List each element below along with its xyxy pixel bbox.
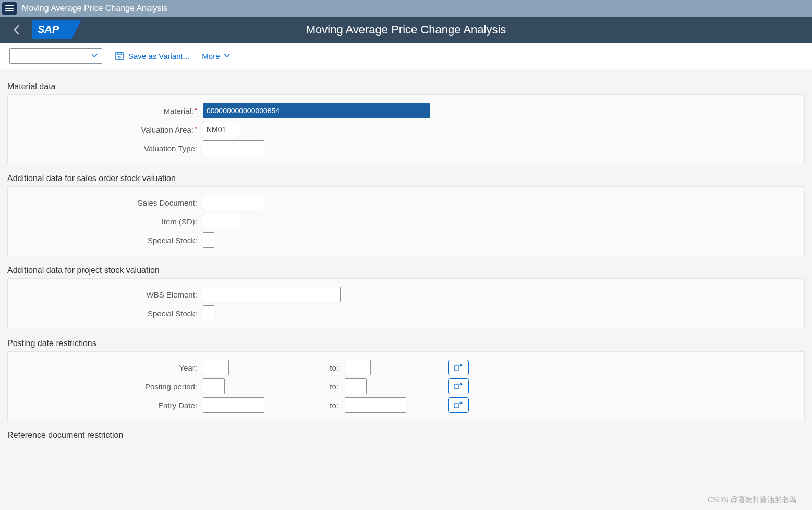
group-posting-date: Year: to: Posting period: [7,351,805,421]
group-title-posting-date: Posting date restrictions [7,339,805,348]
item-sd-input[interactable] [203,214,240,229]
multi-select-icon [454,401,463,409]
shell-bar: SAP Moving Average Price Change Analysis [0,17,812,43]
system-bar: Moving Average Price Change Analysis [0,0,812,17]
required-mark: * [195,125,197,133]
content-area: Material data Material:* Valuation Area:… [0,69,812,464]
label-special-stock-sales: Special Stock: [8,236,199,245]
svg-rect-5 [454,366,458,370]
sap-logo: SAP [32,20,81,40]
to-label-year: to: [229,363,341,372]
sap-logo-icon: SAP [32,20,81,39]
required-mark: * [195,106,197,114]
to-label-posting-period: to: [225,382,341,391]
back-button[interactable] [7,21,25,39]
valuation-type-input[interactable] [203,140,264,156]
row-wbs-element: WBS Element: [8,285,804,304]
more-label: More [202,52,220,61]
row-valuation-area: Valuation Area:* [8,120,804,139]
material-input[interactable] [203,103,430,118]
row-material: Material:* [8,101,804,120]
special-stock-project-input[interactable] [203,305,214,321]
label-item-sd: Item (SD): [8,217,199,226]
label-sales-document: Sales Document: [8,198,199,207]
entry-date-to-input[interactable] [345,397,406,413]
row-posting-period: Posting period: to: [8,377,804,396]
row-sales-document: Sales Document: [8,193,804,212]
group-title-ref-doc: Reference document restriction [7,431,805,440]
chevron-left-icon [13,25,20,35]
posting-period-to-input[interactable] [345,378,367,394]
label-text: Valuation Area: [141,125,193,134]
save-icon [115,51,124,61]
group-title-material: Material data [7,82,805,91]
label-posting-period: Posting period: [8,382,199,391]
system-bar-title: Moving Average Price Change Analysis [22,4,167,13]
more-button[interactable]: More [202,52,230,61]
label-valuation-type: Valuation Type: [8,144,199,153]
row-year: Year: to: [8,358,804,377]
chevron-down-icon [224,54,230,58]
label-wbs-element: WBS Element: [8,290,199,299]
row-valuation-type: Valuation Type: [8,139,804,158]
save-as-variant-label: Save as Variant... [128,52,189,61]
wbs-element-input[interactable] [203,287,341,302]
label-year: Year: [8,363,199,372]
special-stock-sales-input[interactable] [203,232,214,248]
shell-title: Moving Average Price Change Analysis [0,23,812,37]
label-text: Material: [163,106,193,115]
svg-rect-7 [454,404,458,408]
year-multi-select-button[interactable] [448,360,469,375]
variant-select[interactable] [9,48,102,64]
entry-date-multi-select-button[interactable] [448,397,469,413]
row-special-stock-sales: Special Stock: [8,231,804,250]
group-title-sales-stock: Additional data for sales order stock va… [7,174,805,183]
year-from-input[interactable] [203,360,229,375]
row-item-sd: Item (SD): [8,212,804,231]
svg-point-4 [118,56,120,58]
year-to-input[interactable] [345,360,371,375]
posting-period-from-input[interactable] [203,378,225,394]
hamburger-menu-button[interactable] [2,2,17,15]
multi-select-icon [454,383,463,390]
svg-text:SAP: SAP [38,23,59,35]
hamburger-icon [5,5,14,11]
svg-rect-6 [454,385,458,389]
group-sales-stock: Sales Document: Item (SD): Special Stock… [7,186,805,256]
entry-date-from-input[interactable] [203,397,264,413]
group-material: Material:* Valuation Area:* Valuation Ty… [7,94,805,164]
multi-select-icon [454,364,463,371]
group-title-project-stock: Additional data for project stock valuat… [7,266,805,275]
label-special-stock-project: Special Stock: [8,309,199,318]
label-valuation-area: Valuation Area:* [8,125,199,134]
label-material: Material:* [8,106,199,115]
valuation-area-input[interactable] [203,122,240,137]
posting-period-multi-select-button[interactable] [448,378,469,394]
to-label-entry-date: to: [264,401,341,410]
row-entry-date: Entry Date: to: [8,396,804,414]
chevron-down-icon [91,54,98,58]
group-project-stock: WBS Element: Special Stock: [7,278,805,329]
label-entry-date: Entry Date: [8,401,199,410]
sales-document-input[interactable] [203,195,264,210]
save-as-variant-button[interactable]: Save as Variant... [115,51,189,61]
toolbar: Save as Variant... More [0,43,812,69]
row-special-stock-project: Special Stock: [8,304,804,323]
